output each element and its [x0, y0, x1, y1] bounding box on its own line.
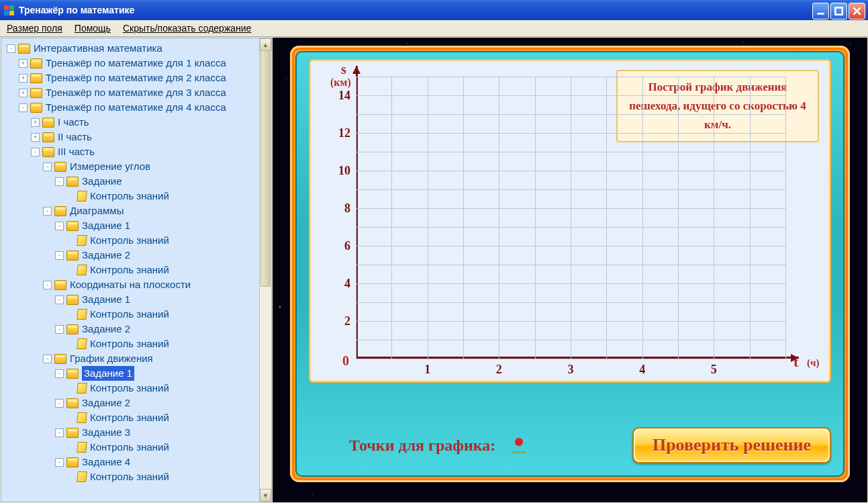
grid-hline: [356, 133, 785, 134]
minimize-button[interactable]: [812, 3, 829, 19]
tree-item-label: Задание 2: [82, 322, 130, 336]
scroll-thumb[interactable]: [260, 50, 271, 287]
tree-item[interactable]: Контроль знаний: [1, 336, 271, 351]
tree-item[interactable]: +II часть: [1, 130, 271, 144]
tree-item[interactable]: -III часть: [1, 144, 271, 159]
tree-item[interactable]: +Тренажёр по математике для 3 класса: [1, 85, 271, 100]
tree-spacer: [67, 473, 75, 481]
book-icon: [30, 73, 42, 83]
collapse-icon[interactable]: -: [55, 251, 64, 260]
check-solution-button[interactable]: Проверить решение: [632, 427, 831, 463]
expand-icon[interactable]: +: [19, 59, 28, 68]
y-tick-label: 10: [338, 164, 350, 178]
chart-grid[interactable]: 246810121412345: [356, 77, 785, 359]
tree-item[interactable]: Контроль знаний: [1, 410, 271, 425]
tree-item[interactable]: Контроль знаний: [1, 440, 271, 455]
tree-item[interactable]: Контроль знаний: [1, 263, 271, 277]
tree-item[interactable]: Контроль знаний: [1, 307, 271, 322]
grid-vline: [535, 77, 536, 359]
tree-item[interactable]: -Интерактивная математика: [1, 41, 271, 56]
tree-item-label: Контроль знаний: [90, 189, 169, 203]
menu-bar: Размер поля Помощь Скрыть/показать содер…: [0, 20, 868, 37]
tree-item[interactable]: +Тренажёр по математике для 2 класса: [1, 71, 271, 85]
menu-field-size[interactable]: Размер поля: [7, 23, 62, 34]
tree-item[interactable]: -Задание 2: [1, 248, 271, 263]
tree-item[interactable]: Контроль знаний: [1, 233, 271, 248]
grid-hline: [356, 265, 785, 265]
book-icon: [66, 177, 79, 187]
expand-icon[interactable]: +: [19, 89, 28, 97]
collapse-icon[interactable]: -: [19, 103, 28, 112]
page-icon: [77, 191, 87, 201]
maximize-button[interactable]: [830, 3, 847, 19]
scroll-down-button[interactable]: ▼: [260, 489, 271, 502]
collapse-icon[interactable]: -: [55, 369, 64, 378]
tree-item-label: Измерение углов: [70, 159, 150, 174]
collapse-icon[interactable]: -: [43, 355, 52, 363]
tree-item[interactable]: -Диаграммы: [1, 203, 271, 218]
tree-item[interactable]: -Координаты на плоскости: [1, 277, 271, 292]
collapse-icon[interactable]: -: [7, 44, 15, 53]
sidebar-scrollbar[interactable]: ▲ ▼: [259, 38, 271, 502]
menu-toggle-toc[interactable]: Скрыть/показать содержание: [123, 23, 251, 34]
book-icon: [66, 250, 79, 261]
tree-item[interactable]: -Задание 2: [1, 322, 271, 336]
tree-item[interactable]: Контроль знаний: [1, 189, 271, 203]
collapse-icon[interactable]: -: [43, 281, 52, 289]
close-button[interactable]: [849, 3, 865, 19]
y-axis-label: s: [341, 62, 346, 77]
book-icon: [42, 147, 54, 157]
book-icon: [66, 428, 79, 438]
point-dot-icon: [515, 438, 523, 446]
tree-item[interactable]: -График движения: [1, 351, 271, 366]
collapse-icon[interactable]: -: [55, 177, 64, 186]
collapse-icon[interactable]: -: [55, 325, 64, 334]
content-stage: Построй график движения пешехода, идущег…: [273, 38, 867, 502]
tree-item[interactable]: +Тренажёр по математике для 1 класса: [1, 56, 271, 71]
tree-item[interactable]: -Задание 1: [1, 292, 271, 307]
grid-hline: [356, 340, 785, 340]
collapse-icon[interactable]: -: [31, 148, 40, 156]
tree-item-label: Задание 3: [82, 425, 130, 440]
tree-item[interactable]: -Задание 2: [1, 396, 271, 410]
toc-tree[interactable]: -Интерактивная математика+Тренажёр по ма…: [1, 38, 271, 487]
expand-icon[interactable]: +: [31, 118, 40, 127]
menu-help[interactable]: Помощь: [75, 23, 111, 34]
collapse-icon[interactable]: -: [55, 428, 64, 437]
grid-vline: [714, 77, 714, 359]
tree-item[interactable]: -Задание 1: [1, 218, 271, 233]
page-icon: [77, 442, 87, 453]
expand-icon[interactable]: +: [31, 133, 40, 142]
grid-vline: [785, 77, 786, 359]
tree-item[interactable]: +I часть: [1, 115, 271, 130]
grid-hline: [356, 77, 785, 77]
toc-sidebar: -Интерактивная математика+Тренажёр по ма…: [1, 38, 272, 502]
collapse-icon[interactable]: -: [55, 458, 64, 467]
collapse-icon[interactable]: -: [43, 207, 52, 216]
grid-vline: [571, 77, 571, 359]
tree-item[interactable]: -Задание: [1, 174, 271, 189]
draggable-point-tool[interactable]: [512, 438, 526, 453]
tree-item[interactable]: -Задание 3: [1, 425, 271, 440]
grid-hline: [356, 227, 785, 228]
graph-card: Построй график движения пешехода, идущег…: [309, 59, 831, 383]
grid-vline: [642, 77, 643, 359]
grid-hline: [356, 189, 785, 190]
tree-item[interactable]: Контроль знаний: [1, 381, 271, 396]
collapse-icon[interactable]: -: [43, 163, 52, 171]
window-titlebar: Тренажёр по математике: [0, 0, 868, 20]
scroll-up-button[interactable]: ▲: [260, 38, 271, 51]
collapse-icon[interactable]: -: [55, 399, 64, 408]
tree-item[interactable]: Контроль знаний: [1, 469, 271, 484]
tree-item[interactable]: -Тренажёр по математике для 4 класса: [1, 100, 271, 115]
y-tick-label: 8: [344, 201, 350, 216]
collapse-icon[interactable]: -: [55, 222, 64, 230]
y-tick-label: 14: [338, 89, 350, 103]
tree-item[interactable]: -Задание 1: [1, 366, 271, 381]
tree-item[interactable]: -Задание 4: [1, 455, 271, 469]
tree-item[interactable]: -Измерение углов: [1, 159, 271, 174]
collapse-icon[interactable]: -: [55, 295, 64, 304]
expand-icon[interactable]: +: [19, 74, 28, 83]
page-icon: [77, 309, 87, 320]
tree-item-label: Тренажёр по математике для 2 класса: [46, 71, 226, 85]
